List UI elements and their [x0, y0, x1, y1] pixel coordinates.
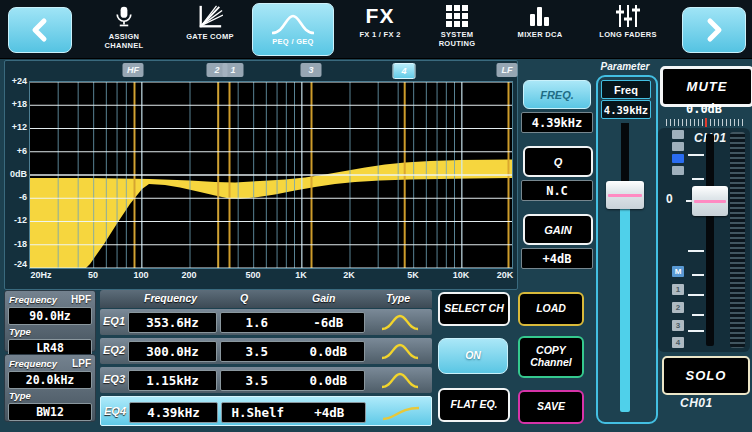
pan-slider[interactable] — [666, 119, 744, 126]
save-button[interactable]: SAVE — [518, 390, 584, 424]
eq-response-plot[interactable] — [29, 81, 513, 269]
hpf-tag: HPF — [71, 294, 91, 305]
y-tick: -24 — [5, 259, 27, 269]
mute-button[interactable]: MUTE — [660, 66, 752, 107]
load-button[interactable]: LOAD — [518, 292, 584, 326]
mute-group-badge: M — [672, 266, 684, 277]
nav-system-routing[interactable]: SYSTEM ROUTING — [424, 4, 490, 49]
y-tick: +24 — [5, 76, 27, 86]
eq-band-marker-1[interactable]: 1 — [223, 63, 244, 77]
x-tick: 50 — [88, 270, 98, 280]
eq-row-4-selected[interactable]: EQ4 4.39kHz H.Shelf+4dB — [100, 396, 432, 426]
nav-assign-channel[interactable]: ASSIGN CHANNEL — [92, 4, 156, 51]
freq-select-button[interactable]: FREQ. — [523, 80, 591, 109]
nav-fx[interactable]: FX FX 1 / FX 2 — [344, 4, 416, 39]
x-tick: 500 — [245, 270, 260, 280]
x-tick: 100 — [133, 270, 148, 280]
solo-button[interactable]: SOLO — [662, 356, 750, 395]
nav-label: SYSTEM — [441, 30, 474, 39]
eq-on-button[interactable]: ON — [438, 338, 508, 374]
fx-title: FX — [366, 4, 395, 28]
eq2-frequency: 300.0Hz — [128, 341, 217, 362]
eq-band-marker-lf[interactable]: LF — [497, 63, 518, 77]
eq3-frequency: 1.15kHz — [128, 370, 217, 391]
y-tick: +18 — [5, 99, 27, 109]
nav-label: LONG FADERS — [599, 30, 656, 39]
x-tick: 5K — [407, 270, 419, 280]
unity-gain-label: 0 — [666, 192, 673, 206]
lpf-frequency-label: Frequency — [9, 358, 57, 369]
gate-comp-icon — [197, 4, 223, 30]
eq-bands-table: Frequency Q Gain Type EQ1 353.6Hz 1.6-6d… — [100, 290, 432, 430]
channel-fader-handle[interactable] — [692, 186, 728, 216]
nav-mixer-dca[interactable]: MIXER DCA — [504, 4, 576, 39]
eq-row-2[interactable]: EQ2 300.0Hz 3.50.0dB — [100, 338, 432, 364]
nav-label: ROUTING — [439, 39, 476, 48]
shelf-type-icon — [373, 402, 429, 424]
nav-peq-geq-active-tab[interactable]: PEQ / GEQ — [252, 3, 334, 56]
bell-type-icon — [372, 340, 428, 362]
hpf-type-label: Type — [9, 326, 31, 337]
parameter-panel-title: Parameter — [590, 61, 660, 72]
select-channel-button[interactable]: SELECT CH — [438, 292, 510, 326]
eq-band-marker-4[interactable]: 4 — [393, 63, 416, 79]
eq-row-3[interactable]: EQ3 1.15kHz 3.50.0dB — [100, 367, 432, 393]
hpf-frequency-value: 90.0Hz — [8, 307, 92, 325]
header-gain: Gain — [312, 292, 335, 304]
nav-label: ASSIGN — [109, 32, 140, 41]
fader-scroll-strip[interactable] — [730, 132, 745, 348]
copy-label-line2: Channel — [530, 357, 571, 369]
header-frequency: Frequency — [144, 292, 197, 304]
parameter-slider-track-filled[interactable] — [620, 197, 630, 412]
bell-type-icon — [372, 369, 428, 391]
eq-band-marker-hf[interactable]: HF — [123, 63, 144, 77]
meter-led — [672, 142, 684, 151]
dca-badge-4: 4 — [672, 337, 684, 348]
lpf-type-value: BW12 — [8, 403, 92, 421]
x-tick: 20K — [497, 270, 514, 280]
parameter-name: Freq — [601, 80, 651, 99]
fader-tick — [688, 154, 704, 156]
gain-select-button[interactable]: GAIN — [523, 214, 593, 245]
x-tick: 1K — [295, 270, 307, 280]
eq-row-label: EQ2 — [103, 344, 125, 356]
lpf-frequency-value: 20.0kHz — [8, 371, 92, 389]
fader-tick — [688, 250, 704, 252]
meter-led — [672, 154, 684, 163]
x-tick: 20Hz — [30, 270, 51, 280]
nav-gate-comp[interactable]: GATE COMP — [172, 4, 248, 41]
channel-name-bottom: CH01 — [680, 396, 713, 410]
eq-band-marker-3[interactable]: 3 — [301, 63, 322, 77]
nav-label: GATE COMP — [186, 32, 234, 41]
dca-badge-3: 3 — [672, 320, 684, 331]
copy-channel-button[interactable]: COPY Channel — [518, 336, 584, 378]
next-page-button[interactable] — [682, 7, 746, 53]
gain-value-display: +4dB — [521, 248, 593, 269]
q-select-button[interactable]: Q — [523, 146, 593, 177]
prev-page-button[interactable] — [8, 7, 72, 53]
x-tick: 2K — [343, 270, 355, 280]
faders-icon — [615, 4, 641, 28]
eq1-frequency: 353.6Hz — [128, 312, 217, 333]
eq-row-1[interactable]: EQ1 353.6Hz 1.6-6dB — [100, 309, 432, 335]
parameter-slider-panel: Freq 4.39kHz — [596, 75, 658, 424]
fader-tick — [688, 330, 704, 332]
slider-handle-stripe — [608, 194, 642, 197]
meter-led — [672, 130, 684, 139]
fader-tick — [692, 314, 704, 316]
x-tick: 200 — [181, 270, 196, 280]
flat-eq-button[interactable]: FLAT EQ. — [438, 388, 510, 422]
eq-table-header: Frequency Q Gain Type — [100, 290, 432, 308]
grid-icon — [445, 4, 469, 28]
channel-fader-panel: CH01 0 M 1 2 3 4 — [658, 128, 750, 352]
channel-fader-track[interactable] — [706, 134, 714, 346]
parameter-slider-handle[interactable] — [606, 181, 644, 209]
eq1-q-gain: 1.6-6dB — [220, 312, 365, 333]
fader-level-readout: 0.0dB — [660, 102, 748, 116]
hpf-frequency-label: Frequency — [9, 294, 57, 305]
eq4-frequency: 4.39kHz — [129, 402, 218, 423]
y-tick: +6 — [5, 146, 27, 156]
hpf-section: Frequency HPF 90.0Hz Type LR48 — [4, 290, 96, 352]
nav-long-faders[interactable]: LONG FADERS — [586, 4, 670, 39]
fader-tick — [692, 274, 704, 276]
